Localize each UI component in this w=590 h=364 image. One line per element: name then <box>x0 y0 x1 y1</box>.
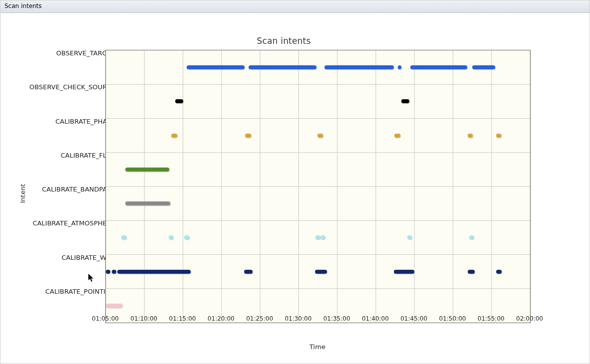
interval-bar <box>394 270 414 274</box>
interval-bar <box>317 134 323 138</box>
x-tick-label: 01:35:00 <box>323 315 350 322</box>
y-tick-label: CALIBRATE_PHASE <box>15 117 115 125</box>
interval-bar <box>315 270 327 274</box>
interval-bar <box>106 304 122 308</box>
x-tick-labels: 01:05:0001:10:0001:15:0001:20:0001:25:00… <box>105 308 530 318</box>
interval-bar <box>117 270 191 274</box>
interval-bar <box>245 134 251 138</box>
plot-container: Scan intents Intent OBSERVE_TARGETOBSERV… <box>18 36 550 351</box>
x-tick-label: 01:40:00 <box>362 315 389 322</box>
interval-bar <box>121 235 126 239</box>
interval-bar <box>169 235 173 239</box>
x-tick-label: 01:55:00 <box>478 315 505 322</box>
interval-bar <box>187 65 245 69</box>
x-tick-label: 02:00:00 <box>516 315 543 322</box>
x-tick-label: 01:30:00 <box>285 315 311 322</box>
chart-area[interactable] <box>105 50 531 323</box>
interval-bar <box>496 134 501 138</box>
interval-bar <box>249 65 317 69</box>
y-tick-label: CALIBRATE_ATMOSPHERE <box>15 219 115 227</box>
interval-bar <box>175 99 183 103</box>
y-tick-label: OBSERVE_CHECK_SOURCE <box>15 83 115 91</box>
interval-bar <box>468 270 475 274</box>
interval-bar <box>184 235 189 239</box>
x-tick-label: 01:10:00 <box>130 315 157 322</box>
interval-bar <box>106 270 110 274</box>
interval-bar <box>410 65 467 69</box>
window-title: Scan intents <box>4 2 42 9</box>
interval-bar <box>112 270 116 274</box>
interval-bar <box>407 235 412 239</box>
interval-bar <box>320 235 325 239</box>
interval-bar <box>244 270 253 274</box>
interval-bar <box>468 134 473 138</box>
window-title-bar[interactable]: Scan intents <box>0 0 590 13</box>
x-axis-label: Time <box>105 343 530 351</box>
interval-bar <box>394 134 400 138</box>
x-tick-label: 01:50:00 <box>439 315 466 322</box>
interval-bar <box>469 235 474 239</box>
x-tick-label: 01:25:00 <box>246 315 273 322</box>
x-tick-label: 01:05:00 <box>92 315 119 322</box>
interval-bar <box>125 168 170 172</box>
y-tick-label: CALIBRATE_BANDPASS <box>15 185 115 193</box>
interval-bar <box>401 99 409 103</box>
y-tick-label: CALIBRATE_FLUX <box>15 151 115 159</box>
interval-bar <box>496 270 502 274</box>
y-tick-label: OBSERVE_TARGET <box>15 49 115 57</box>
interval-bar <box>324 65 394 69</box>
interval-bar <box>171 134 177 138</box>
y-tick-label: CALIBRATE_POINTING <box>15 287 115 295</box>
y-tick-label: CALIBRATE_WVR <box>15 253 115 261</box>
interval-bar <box>398 65 402 69</box>
chart-bars <box>106 50 530 323</box>
x-tick-label: 01:45:00 <box>400 315 427 322</box>
interval-bar <box>315 235 320 239</box>
interval-bar <box>125 201 170 205</box>
x-tick-label: 01:20:00 <box>208 315 235 322</box>
x-tick-label: 01:15:00 <box>169 315 196 322</box>
interval-bar <box>472 65 495 69</box>
